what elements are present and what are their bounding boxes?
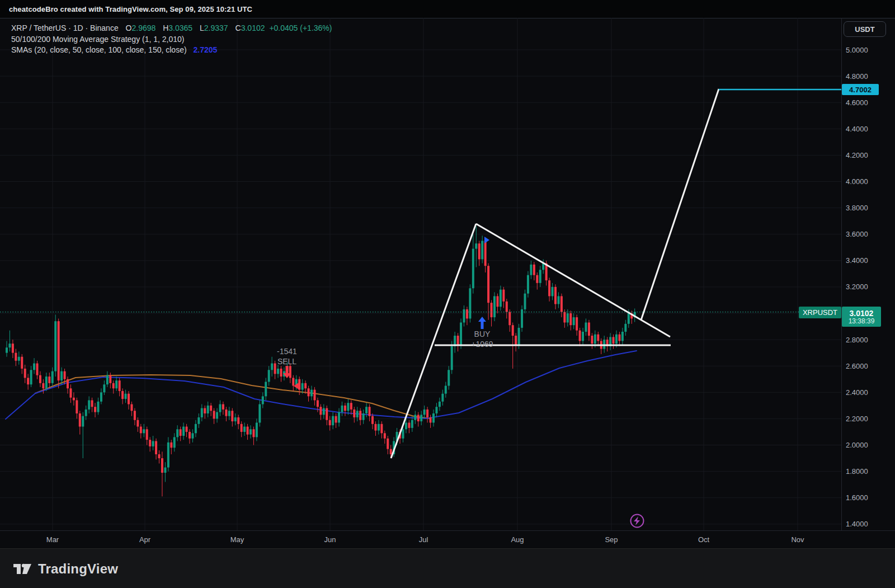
candle-body <box>515 336 517 345</box>
last-price-value: 3.0102 <box>850 309 874 318</box>
candle-body <box>621 332 624 341</box>
candle-body <box>310 390 313 397</box>
time-tick-label: Apr <box>139 535 151 544</box>
candle-body <box>445 386 447 394</box>
candle-body <box>408 422 410 427</box>
candle-body <box>21 357 23 369</box>
attribution-bar: cheatcodeBro created with TradingView.co… <box>0 0 895 18</box>
candle-body <box>411 420 413 428</box>
candle-body <box>569 313 572 325</box>
price-tick-label: 3.8000 <box>846 204 868 212</box>
smas-title: SMAs (20, close, 50, close, 100, close, … <box>11 45 187 54</box>
candle-body <box>186 427 188 432</box>
price-tick-label: 4.6000 <box>846 98 868 107</box>
candle-body <box>472 249 474 289</box>
candle-body <box>552 287 554 296</box>
candle-body <box>191 433 194 438</box>
candle-body <box>100 392 102 401</box>
candle-body <box>323 408 325 415</box>
candle-body <box>588 322 590 336</box>
candle-body <box>384 433 386 438</box>
tradingview-logo-icon <box>12 561 32 577</box>
candle-body <box>51 371 54 383</box>
smas-value: 2.7205 <box>194 45 218 54</box>
candle-body <box>353 410 355 417</box>
candle-body <box>475 243 477 248</box>
candle-body <box>182 427 185 436</box>
time-tick-label: Mar <box>46 535 59 544</box>
time-tick-label: Aug <box>511 535 524 544</box>
price-tick-label: 3.2000 <box>846 283 868 291</box>
open-label: O <box>126 23 132 32</box>
price-tick-label: 3.6000 <box>846 230 868 238</box>
candle-body <box>243 427 246 432</box>
candle-body <box>484 241 487 266</box>
candle-body <box>430 417 432 422</box>
candle-body <box>576 317 578 331</box>
strategy-header-row[interactable]: 50/100/200 Moving Average Strategy (1, 1… <box>11 35 185 44</box>
smas-header-row[interactable]: SMAs (20, close, 50, close, 100, close, … <box>11 45 217 54</box>
candle-body <box>524 294 526 309</box>
price-tick-label: 1.8000 <box>846 467 868 476</box>
candle-body <box>478 243 481 259</box>
price-tick-label: 1.4000 <box>846 520 868 528</box>
candle-body <box>447 370 450 385</box>
sell-marker-label: SELL <box>277 357 296 366</box>
candle-body <box>390 449 392 454</box>
candle-body <box>289 366 291 378</box>
candle-body <box>628 313 630 324</box>
trend-line <box>641 89 719 320</box>
price-tick-label: 5.0000 <box>846 46 868 54</box>
candle-body <box>530 265 532 275</box>
candle-body <box>460 322 462 345</box>
price-tick-label: 4.8000 <box>846 72 868 81</box>
candle-body <box>338 412 340 423</box>
candle-body <box>481 241 483 259</box>
time-axis-separator[interactable] <box>0 530 895 531</box>
candle-body <box>106 375 109 384</box>
target-price-label: 4.7002 <box>842 84 879 95</box>
candle-body <box>579 331 581 341</box>
candle-body <box>158 454 161 458</box>
tradingview-chart-page: cheatcodeBro created with TradingView.co… <box>0 0 895 588</box>
candle-body <box>143 429 145 433</box>
candle-body <box>435 407 437 413</box>
candle-body <box>597 335 599 341</box>
currency-toggle-button[interactable]: USDT <box>844 21 886 37</box>
candle-body <box>313 390 315 401</box>
candle-body <box>496 296 498 307</box>
candle-body <box>548 280 550 296</box>
candle-body <box>466 309 468 318</box>
buy-arrow-icon <box>478 317 486 329</box>
symbol-header-row[interactable]: XRP / TetherUS · 1D · Binance O2.9698 H3… <box>11 23 332 32</box>
candle-body <box>252 429 255 437</box>
candle-body <box>603 340 605 349</box>
candle-body <box>365 407 368 413</box>
candle-body <box>67 379 69 388</box>
candle-body <box>280 369 282 377</box>
candle-body <box>423 410 426 415</box>
candle-body <box>268 370 270 382</box>
candle-body <box>585 322 587 331</box>
candle-body <box>563 312 566 323</box>
candle-body <box>304 383 307 388</box>
candle-body <box>167 443 169 468</box>
candle-body <box>180 429 182 436</box>
candle-body <box>265 382 267 396</box>
attribution-text: cheatcodeBro created with TradingView.co… <box>9 5 252 13</box>
candle-body <box>554 287 557 304</box>
time-tick-label: Sep <box>605 535 618 544</box>
candle-body <box>344 406 346 411</box>
candle-body <box>539 270 541 283</box>
candle-body <box>234 417 237 421</box>
buy-marker-label: BUY <box>474 330 491 338</box>
candle-body <box>189 432 191 439</box>
candle-body <box>292 378 294 385</box>
candle-body <box>308 388 310 396</box>
candle-body <box>241 424 243 432</box>
candle-body <box>356 411 359 417</box>
candle-body <box>97 402 100 412</box>
candlestick-plot[interactable]: BUY+1069-1541SELL5.00004.80004.60004.400… <box>0 18 895 588</box>
candle-body <box>219 404 222 412</box>
price-tick-label: 4.4000 <box>846 125 868 133</box>
